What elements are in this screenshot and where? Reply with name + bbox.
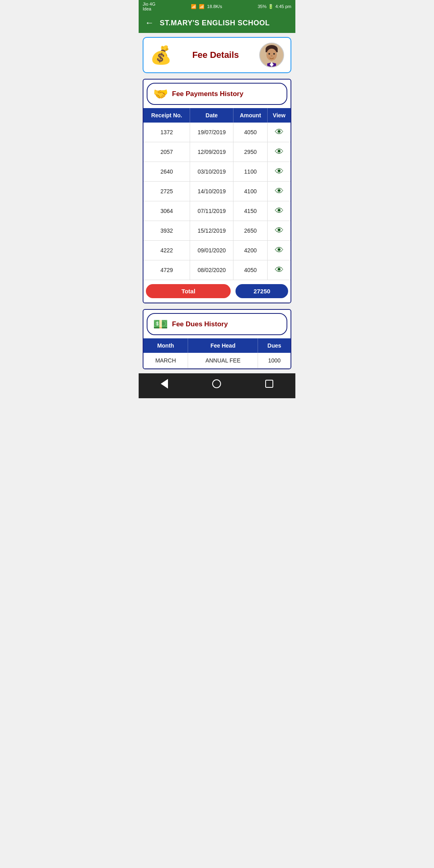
back-triangle-icon <box>161 379 168 389</box>
receipt-cell: 4222 <box>143 241 190 260</box>
dues-history-title: Fee Dues History <box>172 320 228 328</box>
dues-table-row: MARCH ANNUAL FEE 1000 <box>143 353 291 368</box>
home-nav-button[interactable] <box>206 378 227 392</box>
date-cell: 08/02/2020 <box>190 260 233 280</box>
status-carrier: Jio 4G Idea <box>143 2 156 11</box>
amount-cell: 4100 <box>233 182 267 201</box>
date-cell: 15/12/2019 <box>190 221 233 241</box>
view-cell[interactable]: 👁 <box>268 162 291 182</box>
money-stack-icon: 💰 <box>150 46 172 64</box>
eye-icon[interactable]: 👁 <box>275 127 284 137</box>
receipt-cell: 2057 <box>143 142 190 162</box>
payment-icon: 🤝 <box>153 87 168 101</box>
eye-icon[interactable]: 👁 <box>275 166 284 176</box>
receipt-cell: 2640 <box>143 162 190 182</box>
view-cell[interactable]: 👁 <box>268 201 291 221</box>
col-date: Date <box>190 108 233 123</box>
eye-icon[interactable]: 👁 <box>275 265 284 275</box>
svg-point-6 <box>271 55 272 57</box>
eye-icon[interactable]: 👁 <box>275 245 284 255</box>
signal-icon: 📶 <box>191 4 197 9</box>
eye-icon[interactable]: 👁 <box>275 225 284 235</box>
fee-details-title: Fee Details <box>172 50 259 60</box>
student-avatar <box>259 43 284 68</box>
date-cell: 09/01/2020 <box>190 241 233 260</box>
eye-icon[interactable]: 👁 <box>275 186 284 196</box>
amount-cell: 4050 <box>233 123 267 142</box>
svg-point-5 <box>273 53 275 55</box>
date-cell: 03/10/2019 <box>190 162 233 182</box>
eye-icon[interactable]: 👁 <box>275 147 284 157</box>
avatar-image <box>260 43 283 67</box>
table-row: 2640 03/10/2019 1100 👁 <box>143 162 291 182</box>
status-bar: Jio 4G Idea 📶 📶 18.8K/s 35% 🔋 4:45 pm <box>139 0 295 13</box>
back-nav-button[interactable] <box>154 377 174 393</box>
table-row: 3932 15/12/2019 2650 👁 <box>143 221 291 241</box>
fee-details-card: 💰 Fee Details <box>143 37 291 73</box>
table-row: 1372 19/07/2019 4050 👁 <box>143 123 291 142</box>
view-cell[interactable]: 👁 <box>268 241 291 260</box>
recent-nav-button[interactable] <box>259 378 280 392</box>
col-fee-head: Fee Head <box>188 338 258 353</box>
col-view: View <box>268 108 291 123</box>
month-cell: MARCH <box>143 353 188 368</box>
signal-icon2: 📶 <box>199 4 205 9</box>
network-speed: 18.8K/s <box>207 4 222 9</box>
amount-cell: 1100 <box>233 162 267 182</box>
home-circle-icon <box>212 379 221 388</box>
table-row: 4222 09/01/2020 4200 👁 <box>143 241 291 260</box>
receipt-cell: 3932 <box>143 221 190 241</box>
payments-history-title: Fee Payments History <box>172 90 244 98</box>
amount-cell: 2650 <box>233 221 267 241</box>
view-cell[interactable]: 👁 <box>268 182 291 201</box>
amount-cell: 4200 <box>233 241 267 260</box>
battery-icon: 🔋 <box>268 4 274 9</box>
fee-head-cell: ANNUAL FEE <box>188 353 258 368</box>
view-cell[interactable]: 👁 <box>268 142 291 162</box>
dues-table: Month Fee Head Dues MARCH ANNUAL FEE 100… <box>143 338 291 368</box>
total-amount: 27250 <box>235 284 288 298</box>
payments-history-header: 🤝 Fee Payments History <box>147 83 287 105</box>
date-cell: 07/11/2019 <box>190 201 233 221</box>
payments-table: Receipt No. Date Amount View 1372 19/07/… <box>143 108 291 303</box>
main-content: 💰 Fee Details <box>139 33 295 373</box>
dues-history-section: 💵 Fee Dues History Month Fee Head Dues M… <box>143 309 291 369</box>
recent-square-icon <box>265 380 273 388</box>
status-right: 35% 🔋 4:45 pm <box>258 4 291 9</box>
table-row: 2725 14/10/2019 4100 👁 <box>143 182 291 201</box>
date-cell: 14/10/2019 <box>190 182 233 201</box>
dues-history-header: 💵 Fee Dues History <box>147 313 287 335</box>
receipt-cell: 2725 <box>143 182 190 201</box>
receipt-cell: 3064 <box>143 201 190 221</box>
eye-icon[interactable]: 👁 <box>275 206 284 216</box>
amount-cell: 4050 <box>233 260 267 280</box>
table-row: 4729 08/02/2020 4050 👁 <box>143 260 291 280</box>
clock: 4:45 pm <box>275 4 291 9</box>
table-row: 2057 12/09/2019 2950 👁 <box>143 142 291 162</box>
amount-cell: 4150 <box>233 201 267 221</box>
view-cell[interactable]: 👁 <box>268 221 291 241</box>
date-cell: 19/07/2019 <box>190 123 233 142</box>
total-button[interactable]: Total <box>146 284 231 298</box>
app-header: ← ST.MARY'S ENGLISH SCHOOL <box>139 13 295 33</box>
back-button[interactable]: ← <box>145 18 154 28</box>
receipt-cell: 4729 <box>143 260 190 280</box>
dues-icon: 💵 <box>153 317 168 331</box>
total-value-cell: 27250 <box>233 280 291 303</box>
col-receipt: Receipt No. <box>143 108 190 123</box>
view-cell[interactable]: 👁 <box>268 260 291 280</box>
amount-cell: 2950 <box>233 142 267 162</box>
dues-cell: 1000 <box>258 353 291 368</box>
table-row: 3064 07/11/2019 4150 👁 <box>143 201 291 221</box>
date-cell: 12/09/2019 <box>190 142 233 162</box>
status-center: 📶 📶 18.8K/s <box>191 4 222 9</box>
col-month: Month <box>143 338 188 353</box>
battery-level: 35% <box>258 4 266 9</box>
view-cell[interactable]: 👁 <box>268 123 291 142</box>
bottom-navigation <box>139 373 295 398</box>
total-label-cell[interactable]: Total <box>143 280 233 303</box>
col-amount: Amount <box>233 108 267 123</box>
payments-history-section: 🤝 Fee Payments History Receipt No. Date … <box>143 79 291 303</box>
school-title: ST.MARY'S ENGLISH SCHOOL <box>160 19 270 27</box>
receipt-cell: 1372 <box>143 123 190 142</box>
